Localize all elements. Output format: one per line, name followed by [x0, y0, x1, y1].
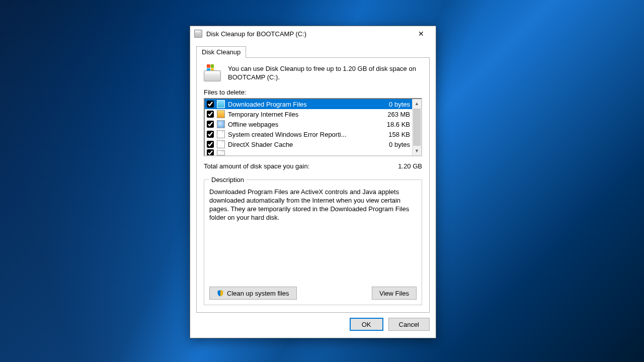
folder-icon: [217, 100, 225, 108]
shield-icon: [217, 290, 224, 297]
total-label: Total amount of disk space you gain:: [204, 162, 309, 170]
tab-disk-cleanup[interactable]: Disk Cleanup: [196, 46, 246, 58]
titlebar[interactable]: Disk Cleanup for BOOTCAMP (C:) ✕: [190, 26, 436, 41]
list-item-name: Downloaded Program Files: [228, 101, 383, 108]
scroll-thumb[interactable]: [413, 109, 421, 146]
list-item-name: DirectX Shader Cache: [228, 141, 383, 148]
files-to-delete-label: Files to delete:: [204, 88, 422, 96]
total-value: 1.20 GB: [398, 162, 422, 170]
description-group: Description Downloaded Program Files are…: [204, 176, 422, 305]
list-item-checkbox[interactable]: [207, 101, 214, 108]
scrollbar[interactable]: ▲ ▼: [412, 99, 421, 155]
list-item[interactable]: DirectX Shader Cache0 bytes: [205, 139, 412, 149]
lock-icon: [217, 110, 225, 118]
page-icon: [217, 140, 225, 148]
list-item[interactable]: [205, 149, 412, 155]
list-item-checkbox[interactable]: [207, 149, 214, 155]
list-item-name: Offline webpages: [228, 121, 381, 128]
tab-strip: Disk Cleanup: [196, 45, 430, 57]
cancel-label: Cancel: [399, 321, 419, 328]
files-listbox[interactable]: Downloaded Program Files0 bytesTemporary…: [204, 98, 422, 156]
web-icon: [217, 120, 225, 128]
list-item-checkbox[interactable]: [207, 121, 214, 128]
page-icon: [217, 130, 225, 138]
cancel-button[interactable]: Cancel: [388, 318, 430, 331]
list-item-name: Temporary Internet Files: [228, 111, 381, 118]
list-item-checkbox[interactable]: [207, 141, 214, 148]
list-item-size: 0 bytes: [386, 101, 410, 108]
ok-button[interactable]: OK: [350, 318, 383, 331]
window-title: Disk Cleanup for BOOTCAMP (C:): [206, 30, 411, 38]
description-legend: Description: [209, 176, 246, 184]
list-item-size: 0 bytes: [386, 141, 410, 148]
list-item-size: 158 KB: [385, 131, 410, 138]
description-text: Downloaded Program Files are ActiveX con…: [209, 188, 417, 222]
clean-system-files-label: Clean up system files: [227, 290, 289, 297]
intro-text: You can use Disk Cleanup to free up to 1…: [228, 64, 422, 81]
view-files-label: View Files: [379, 290, 409, 297]
cleanup-icon: [204, 64, 222, 81]
list-item-checkbox[interactable]: [207, 111, 214, 118]
close-button[interactable]: ✕: [411, 27, 432, 41]
disk-cleanup-dialog: Disk Cleanup for BOOTCAMP (C:) ✕ Disk Cl…: [190, 26, 436, 338]
list-item-checkbox[interactable]: [207, 131, 214, 138]
page-icon: [217, 150, 225, 155]
list-item-name: System created Windows Error Reporti...: [228, 131, 382, 138]
tab-panel: You can use Disk Cleanup to free up to 1…: [196, 57, 430, 313]
clean-system-files-button[interactable]: Clean up system files: [209, 287, 297, 300]
scroll-up-button[interactable]: ▲: [413, 99, 421, 108]
view-files-button[interactable]: View Files: [372, 287, 417, 300]
list-item-size: 263 MB: [384, 111, 410, 118]
list-item[interactable]: Temporary Internet Files263 MB: [205, 109, 412, 119]
list-item[interactable]: System created Windows Error Reporti...1…: [205, 129, 412, 139]
list-item[interactable]: Downloaded Program Files0 bytes: [205, 99, 412, 109]
drive-icon: [194, 30, 202, 38]
list-item[interactable]: Offline webpages18.6 KB: [205, 119, 412, 129]
ok-label: OK: [362, 321, 371, 328]
list-item-size: 18.6 KB: [384, 121, 410, 128]
scroll-down-button[interactable]: ▼: [413, 146, 421, 155]
